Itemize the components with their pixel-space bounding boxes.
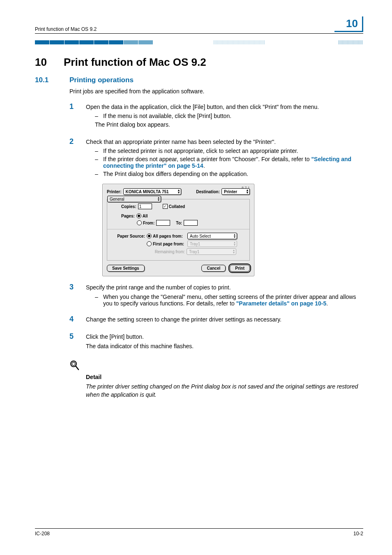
- step-5-number: 5: [69, 332, 86, 341]
- copies-label: Copies:: [121, 204, 136, 209]
- copies-input[interactable]: 1: [138, 204, 152, 209]
- step-3-text: Specify the print range and the number o…: [86, 284, 363, 292]
- xref-parameter-details[interactable]: "Parameter details" on page 10-5: [236, 300, 326, 307]
- chapter-number-top: 10: [334, 16, 363, 32]
- step-2-sub2: If the printer does not appear, select a…: [103, 156, 363, 169]
- step-3-sub1: When you change the "General" menu, othe…: [103, 294, 363, 307]
- dash: –: [95, 113, 103, 119]
- step-3-number: 3: [69, 283, 86, 291]
- section-title: Printing operations: [69, 76, 134, 84]
- step-1-number: 1: [69, 102, 86, 111]
- footer-page: 10-2: [353, 531, 363, 536]
- step-1-sub1: If the menu is not available, click the …: [103, 113, 363, 119]
- footer-left: IC-208: [35, 531, 50, 536]
- step-4-number: 4: [69, 315, 86, 324]
- papersource-all-popup[interactable]: Auto Select▴▾: [187, 233, 237, 239]
- magnifier-icon: [69, 360, 82, 372]
- detail-heading: Detail: [86, 373, 363, 382]
- step-2-sub3: The Print dialog box differs depending o…: [103, 171, 363, 177]
- pages-from-radio[interactable]: [137, 220, 142, 225]
- pages-from-label: From:: [143, 221, 154, 225]
- chapter-number: 10: [35, 56, 64, 69]
- section-number: 10.1: [35, 76, 69, 84]
- cancel-button[interactable]: Cancel: [201, 265, 226, 272]
- step-4-text: Change the setting screen to change the …: [86, 316, 363, 324]
- running-head: Print function of Mac OS 9.2: [35, 26, 97, 32]
- destination-popup[interactable]: Printer▴▾: [221, 188, 250, 195]
- destination-label: Destination:: [196, 190, 220, 194]
- pages-to-input[interactable]: [184, 220, 198, 226]
- dash: –: [95, 294, 103, 307]
- papersource-remaining-label: Remaining from:: [152, 250, 187, 254]
- pages-all-label: All: [143, 214, 148, 218]
- detail-text: The printer driver setting changed on th…: [86, 383, 363, 399]
- dash: –: [95, 171, 103, 177]
- section-intro: Print jobs are specified from the applic…: [69, 88, 363, 96]
- save-settings-button[interactable]: Save Settings: [107, 265, 145, 272]
- printer-label: Printer:: [107, 190, 122, 194]
- chapter-title: Print function of Mac OS 9.2: [64, 56, 206, 69]
- svg-line-2: [76, 366, 78, 370]
- papersource-all-radio[interactable]: [147, 234, 152, 238]
- pages-to-label: To:: [176, 221, 182, 225]
- print-dialog: 8.7.1 Printer: KONICA MINOLTA 751▴▾ Dest…: [102, 184, 254, 276]
- pages-from-input[interactable]: [156, 220, 170, 226]
- papersource-first-popup: Tray1▴▾: [187, 240, 237, 247]
- dash: –: [95, 156, 103, 169]
- svg-point-1: [72, 362, 75, 365]
- settings-tab-popup[interactable]: General▴▾: [107, 196, 161, 202]
- dash: –: [95, 148, 103, 154]
- print-button[interactable]: Print: [230, 265, 250, 272]
- papersource-remaining-popup: Tray1▴▾: [187, 248, 236, 255]
- step-5-text: Click the [Print] button.: [86, 333, 363, 341]
- step-2-number: 2: [69, 137, 86, 146]
- decorative-bar: [35, 40, 363, 44]
- step-2-sub1: If the selected printer is not appropria…: [103, 148, 363, 154]
- step-1-text: Open the data in the application, click …: [86, 103, 363, 111]
- papersource-first-radio[interactable]: [147, 241, 152, 246]
- papersource-all-label: All pages from:: [153, 234, 186, 238]
- papersource-first-label: First page from:: [153, 242, 186, 246]
- printer-popup[interactable]: KONICA MINOLTA 751▴▾: [123, 188, 181, 195]
- pages-label: Pages:: [121, 214, 135, 218]
- papersource-label: Paper Source:: [111, 234, 145, 238]
- step-2-text: Check that an appropriate printer name h…: [86, 138, 363, 146]
- step-5-after: The data indicator of this machine flash…: [86, 342, 363, 351]
- step-1-after: The Print dialog box appears.: [95, 121, 363, 129]
- collated-checkbox[interactable]: ✓ Collated: [163, 204, 187, 209]
- pages-all-radio[interactable]: [136, 213, 141, 218]
